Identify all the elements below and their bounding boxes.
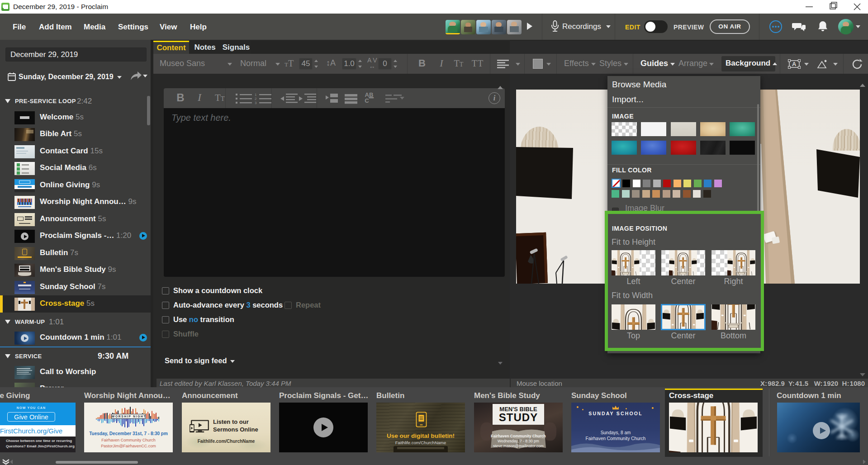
svg-text:1: 1 <box>255 93 257 97</box>
svg-text:3: 3 <box>255 101 257 104</box>
svg-text:2: 2 <box>255 97 257 101</box>
svg-text:A: A <box>792 61 797 67</box>
